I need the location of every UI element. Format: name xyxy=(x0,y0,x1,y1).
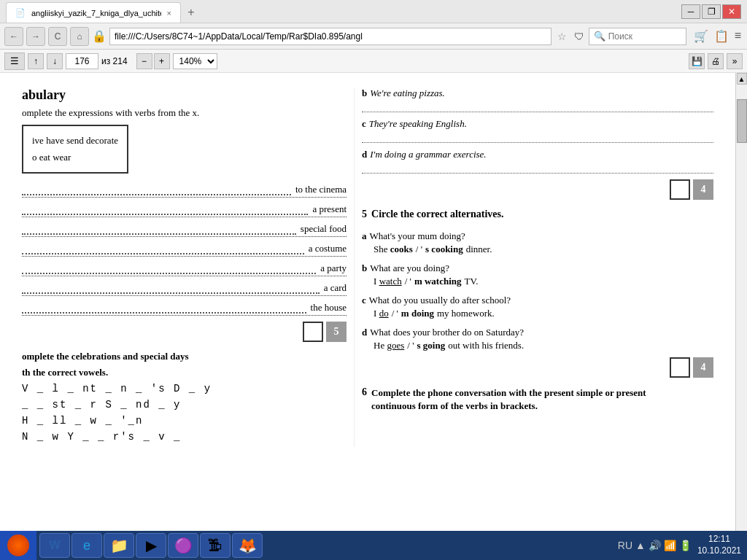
q5c-separator: / ' xyxy=(392,308,398,319)
list-item: a present xyxy=(22,203,347,217)
item-text: special food xyxy=(301,223,347,235)
dotted-fill xyxy=(22,225,296,235)
zoom-in-button[interactable]: + xyxy=(154,53,170,69)
cart-icon[interactable]: 🛒 xyxy=(692,28,710,44)
q5d-answer: He goes / ' s going out with his friends… xyxy=(362,338,713,351)
sentence-d-text: I'm doing a grammar exercise. xyxy=(370,149,486,160)
item-text: a present xyxy=(312,203,347,215)
vowel-section-title: omplete the celebrations and special day… xyxy=(22,351,347,362)
tab-strip: 📄 angliiskyi_yazik_7_kniga_dlya_uchite ×… xyxy=(6,0,681,23)
q5a-answer: She cooks / ' s cooking dinner. xyxy=(362,242,713,255)
page-up-button[interactable]: ↑ xyxy=(28,53,44,69)
score-badge-1: 5 xyxy=(326,322,347,342)
section-6: 6 Complete the phone conversation with t… xyxy=(362,386,713,416)
vocabulary-title: abulary xyxy=(22,88,347,103)
q5d-end: out with his friends. xyxy=(448,340,524,351)
q5b-letter: b xyxy=(362,262,367,273)
q5a: aWhat's your mum doing? She cooks / ' s … xyxy=(362,229,713,255)
zoom-controls: − + xyxy=(136,53,170,69)
dotted-fill xyxy=(22,185,291,195)
archive-icon: 🗜 xyxy=(208,537,222,554)
search-box: 🔍 xyxy=(589,28,686,45)
sentence-d-label: d xyxy=(362,149,367,160)
browser-tab[interactable]: 📄 angliiskyi_yazik_7_kniga_dlya_uchite × xyxy=(6,2,181,23)
q5d-alt1: He goes xyxy=(374,340,404,351)
zoom-out-button[interactable]: − xyxy=(136,53,152,69)
taskbar-app-word[interactable]: W xyxy=(39,533,70,558)
q5a-alt1: She cooks xyxy=(374,244,413,254)
answer-line-d xyxy=(362,165,713,174)
zoom-select[interactable]: 140% 100% 120% 150% xyxy=(173,53,217,69)
menu-icon[interactable]: ≡ xyxy=(733,28,743,44)
titlebar: 📄 angliiskyi_yazik_7_kniga_dlya_uchite ×… xyxy=(0,0,747,23)
pdf-content: abulary omplete the expressions with ver… xyxy=(0,73,735,531)
ie-icon: e xyxy=(83,538,90,553)
bookmark-star-icon[interactable]: ☆ xyxy=(554,31,570,42)
taskbar-app-media[interactable]: ▶ xyxy=(136,533,166,558)
home-button[interactable]: ⌂ xyxy=(70,27,89,46)
list-item: a party xyxy=(22,262,347,276)
window-controls: ─ ❐ ✕ xyxy=(681,4,741,19)
sidebar-toggle-button[interactable]: ☰ xyxy=(4,52,25,70)
shield-icon: 🛡 xyxy=(573,31,586,42)
new-tab-button[interactable]: + xyxy=(181,2,201,23)
section5-title: Circle the correct alternatives. xyxy=(371,209,503,220)
page-down-button[interactable]: ↓ xyxy=(47,53,63,69)
start-button[interactable] xyxy=(0,531,36,560)
score-empty-box-2 xyxy=(670,179,690,200)
scroll-thumb[interactable] xyxy=(737,99,747,143)
media-icon: ▶ xyxy=(146,537,157,554)
forward-button[interactable]: → xyxy=(26,27,45,46)
left-column: abulary omplete the expressions with ver… xyxy=(22,88,354,447)
taskbar-app-firefox[interactable]: 🦊 xyxy=(232,533,263,558)
pdf-toolbar: ☰ ↑ ↓ из 214 − + 140% 100% 120% 150% 💾 🖨… xyxy=(0,50,747,73)
address-input[interactable] xyxy=(109,28,551,45)
scrollbar[interactable]: ▲ xyxy=(735,73,747,531)
minimize-button[interactable]: ─ xyxy=(681,4,700,19)
q5c-question: What do you usually do after school? xyxy=(369,295,511,306)
q5c-alt2: m doing xyxy=(401,308,434,319)
taskbar-app-ie[interactable]: e xyxy=(71,533,102,558)
list-item: a costume xyxy=(22,243,347,257)
q5d-letter: d xyxy=(362,327,367,338)
pdf-more-button[interactable]: » xyxy=(727,53,743,69)
taskbar-right: RU ▲ 🔊 📶 🔋 12:11 10.10.2021 xyxy=(618,534,747,556)
section6-num: 6 xyxy=(362,386,367,416)
vowel-line-4: N _ w Y _ _ r's _ v _ xyxy=(22,431,347,443)
pdf-print-button[interactable]: 🖨 xyxy=(708,53,724,69)
q5b-answer: I watch / ' m watching TV. xyxy=(362,274,713,287)
tab-close-button[interactable]: × xyxy=(167,9,171,18)
pdf-toolbar-right: 💾 🖨 » xyxy=(689,53,743,69)
app1-icon: 🟣 xyxy=(174,537,193,554)
close-button[interactable]: ✕ xyxy=(722,4,741,19)
taskbar-app-folder[interactable]: 📁 xyxy=(104,533,134,558)
fill-in-items: to the cinema a present special food xyxy=(22,184,347,316)
q5b-separator: / ' xyxy=(405,276,411,287)
item-text: the house xyxy=(311,302,347,314)
item-text: to the cinema xyxy=(295,184,347,195)
clock: 12:11 10.10.2021 xyxy=(697,534,741,556)
q5d-separator: / ' xyxy=(407,340,414,351)
list-item: special food xyxy=(22,223,347,237)
vowel-line-3: H _ ll _ w _ '_n xyxy=(22,415,347,427)
taskbar-app-app1[interactable]: 🟣 xyxy=(168,533,198,558)
clipboard-icon[interactable]: 📋 xyxy=(713,28,730,44)
maximize-button[interactable]: ❐ xyxy=(702,4,721,19)
vowel-section-sub: th the correct vowels. xyxy=(22,367,347,378)
q5c-alt1: I do xyxy=(374,308,389,319)
page-number-input[interactable] xyxy=(66,53,98,69)
tab-favicon: 📄 xyxy=(15,8,26,18)
signal-icon: 📶 xyxy=(664,540,676,551)
score-badge-2: 4 xyxy=(693,179,713,200)
answer-line-c xyxy=(362,134,713,143)
pdf-save-button[interactable]: 💾 xyxy=(689,53,705,69)
search-input[interactable] xyxy=(608,31,681,42)
list-item: a card xyxy=(22,282,347,296)
dotted-fill xyxy=(22,303,306,314)
back-button[interactable]: ← xyxy=(4,27,23,46)
scroll-up-button[interactable]: ▲ xyxy=(737,73,747,85)
refresh-button[interactable]: C xyxy=(48,27,67,46)
lang-indicator: RU xyxy=(618,540,632,551)
q5b-end: TV. xyxy=(465,276,479,287)
taskbar-app-archive[interactable]: 🗜 xyxy=(200,533,231,558)
